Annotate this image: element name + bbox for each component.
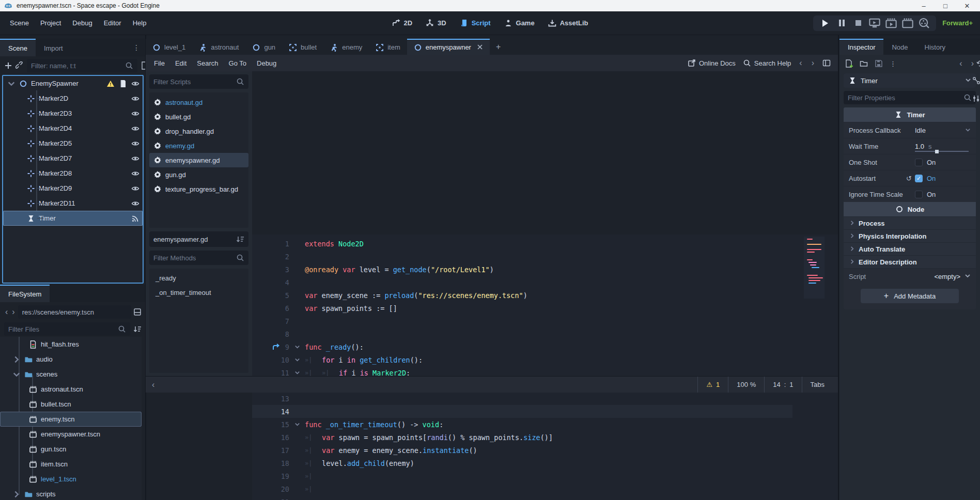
code-line-3[interactable]: 3@onready var level = get_node("/root/Le…	[252, 263, 792, 276]
scripts-panel-toggle-icon[interactable]	[822, 59, 831, 67]
script-item-enemyspawner-gd[interactable]: enemyspawner.gd	[149, 153, 248, 167]
code-line-2[interactable]: 2	[252, 250, 792, 263]
filter-scripts-input[interactable]	[153, 78, 233, 86]
collapse-scripts-panel-icon[interactable]: ‹	[151, 380, 155, 389]
expand-arrow-icon[interactable]	[12, 490, 21, 498]
property-process-callback[interactable]: Process CallbackIdle	[844, 122, 976, 138]
script-item-gun-gd[interactable]: gun.gd	[149, 167, 248, 182]
scene-tab-level_1[interactable]: level_1	[146, 39, 192, 55]
expand-arrow-icon[interactable]	[12, 370, 21, 379]
inspector-history-icon[interactable]	[976, 59, 980, 68]
checkbox[interactable]	[915, 159, 923, 166]
editor-zoom[interactable]: 100 %	[728, 377, 764, 393]
scene-tab-enemy[interactable]: enemy	[323, 39, 369, 55]
scene-tabs-menu-icon[interactable]: ⋮	[128, 39, 146, 56]
code-line-17[interactable]: 17»|var enemy = enemy_scene.instantiate(…	[252, 444, 792, 457]
code-line-18[interactable]: 18»|level.add_child(enemy)	[252, 457, 792, 470]
group-process[interactable]: Process	[844, 216, 976, 229]
inspector-tools-icon[interactable]	[972, 95, 980, 103]
script-menu-file[interactable]: File	[149, 57, 170, 69]
property-one-shot[interactable]: One ShotOn	[844, 154, 976, 170]
fs-item-hit_flash-tres[interactable]: hit_flash.tres	[0, 337, 142, 352]
script-item-astronaut-gd[interactable]: astronaut.gd	[149, 95, 248, 110]
renderer-selector[interactable]: Forward+	[942, 19, 973, 27]
expand-arrow-icon[interactable]	[7, 80, 15, 88]
scene-tree-item-marker2d5[interactable]: Marker2D5	[3, 136, 143, 151]
fs-item-audio[interactable]: audio	[0, 352, 142, 367]
node-warning-icon[interactable]	[106, 80, 115, 88]
visibility-toggle-icon[interactable]	[131, 110, 139, 118]
visibility-toggle-icon[interactable]	[131, 95, 139, 103]
script-menu-debug[interactable]: Debug	[252, 57, 282, 69]
instance-scene-icon[interactable]	[15, 61, 24, 70]
revert-icon[interactable]: ↺	[906, 175, 912, 182]
menu-project[interactable]: Project	[35, 16, 67, 30]
scene-tree-item-marker2d[interactable]: Marker2D	[3, 91, 143, 106]
open-scene-connections-icon[interactable]	[972, 76, 980, 85]
scene-tab-enemyspawner[interactable]: enemyspawner	[407, 39, 490, 55]
attached-script-icon[interactable]	[119, 80, 127, 88]
code-line-15[interactable]: 15func _on_timer_timeout() -> void:	[252, 418, 792, 431]
tab-filesystem[interactable]: FileSystem	[0, 285, 50, 302]
movie-writer-icon[interactable]	[901, 18, 914, 29]
add-scene-tab-button[interactable]: +	[490, 39, 507, 55]
scene-tree-item-marker2d8[interactable]: Marker2D8	[3, 166, 143, 181]
scene-tree-item-marker2d7[interactable]: Marker2D7	[3, 151, 143, 166]
script-menu-go-to[interactable]: Go To	[224, 57, 252, 69]
sort-methods-icon[interactable]	[236, 235, 244, 243]
fs-forward-icon[interactable]: ›	[11, 307, 15, 317]
script-history-back-icon[interactable]: ‹	[798, 58, 803, 68]
visibility-toggle-icon[interactable]	[131, 184, 139, 193]
fold-arrow-icon[interactable]	[289, 344, 305, 350]
scene-tree-item-marker2d11[interactable]: Marker2D11	[3, 196, 143, 211]
visibility-toggle-icon[interactable]	[131, 139, 139, 148]
code-minimap[interactable]	[804, 237, 825, 299]
add-metadata-button[interactable]: + Add Metadata	[861, 289, 959, 303]
code-line-7[interactable]: 7	[252, 315, 792, 327]
dock-separator-right[interactable]	[838, 35, 839, 500]
visibility-toggle-icon[interactable]	[131, 169, 139, 178]
play-button[interactable]	[818, 18, 832, 29]
checkbox[interactable]	[915, 191, 923, 198]
group-editor-description[interactable]: Editor Description	[844, 255, 976, 268]
property-wait-time[interactable]: Wait Time1.0s	[844, 138, 976, 154]
fs-item-gun-tscn[interactable]: gun.tscn	[0, 442, 142, 457]
property-ignore-time-scale[interactable]: Ignore Time ScaleOn	[844, 186, 976, 202]
filter-properties-input[interactable]	[848, 94, 960, 102]
checkbox[interactable]: ✓	[915, 175, 923, 182]
fs-path-input[interactable]	[22, 308, 127, 316]
signal-connection-icon[interactable]	[131, 214, 139, 223]
inspector-forward-icon[interactable]: ›	[970, 59, 975, 68]
workspace-assetlib[interactable]: AssetLib	[548, 19, 588, 27]
new-resource-icon[interactable]	[845, 59, 853, 68]
minimize-button[interactable]: –	[915, 2, 932, 10]
tab-import[interactable]: Import	[36, 39, 71, 56]
resource-menu-icon[interactable]: ⋮	[890, 60, 897, 68]
fold-arrow-icon[interactable]	[289, 421, 305, 427]
tab-scene[interactable]: Scene	[0, 39, 36, 56]
film-reel-icon[interactable]	[917, 18, 931, 29]
script-item-bullet-gd[interactable]: bullet.gd	[149, 110, 248, 124]
code-editor[interactable]: 1extends Node2D23@onready var level = ge…	[252, 235, 838, 500]
load-resource-icon[interactable]	[860, 59, 868, 68]
menu-editor[interactable]: Editor	[98, 16, 127, 30]
visibility-toggle-icon[interactable]	[131, 199, 139, 208]
code-line-8[interactable]: 8	[252, 327, 792, 340]
remote-debug-icon[interactable]	[868, 18, 881, 29]
code-line-10[interactable]: 10»|for i in get_children():	[252, 353, 792, 366]
online-docs-button[interactable]: Online Docs	[688, 59, 736, 67]
visibility-toggle-icon[interactable]	[131, 154, 139, 163]
workspace-game[interactable]: Game	[504, 19, 535, 27]
inspected-node-selector[interactable]: Timer	[844, 73, 976, 88]
workspace-script[interactable]: Script	[460, 19, 491, 27]
maximize-button[interactable]: □	[937, 2, 954, 10]
fs-back-icon[interactable]: ‹	[4, 307, 9, 317]
group-auto-translate[interactable]: Auto Translate	[844, 242, 976, 255]
script-history-forward-icon[interactable]: ›	[811, 58, 815, 68]
code-line-14[interactable]: 14	[252, 405, 792, 418]
script-item-drop_handler-gd[interactable]: drop_handler.gd	[149, 124, 248, 138]
indent-type[interactable]: Tabs	[802, 377, 833, 393]
section-header-node[interactable]: Node	[844, 202, 976, 216]
fold-arrow-icon[interactable]	[289, 357, 305, 363]
scene-tab-bullet[interactable]: bullet	[282, 39, 323, 55]
